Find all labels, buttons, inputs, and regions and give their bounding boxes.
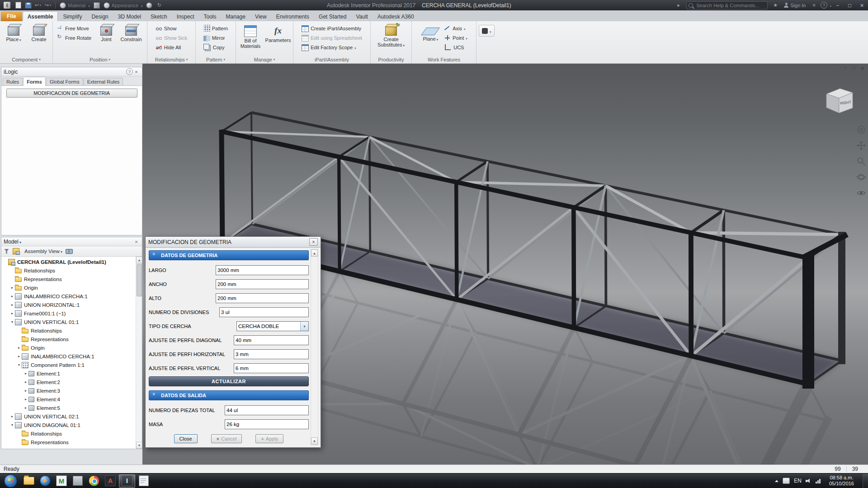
ucs-button[interactable]: UCS bbox=[443, 43, 469, 52]
ilogic-tab-global-forms[interactable]: Global Forms bbox=[46, 78, 83, 85]
sign-in-button[interactable]: Sign In bbox=[782, 2, 807, 9]
ribbon-tab-tools[interactable]: Tools bbox=[199, 12, 221, 21]
tipo-de-cercha-dropdown[interactable]: CERCHA DOBLE▾ bbox=[236, 321, 309, 331]
expand-toolbar-button[interactable] bbox=[675, 2, 682, 9]
tree-item-inalambrico-cercha-1[interactable]: ▸INALAMBRICO CERCHA:1 bbox=[1, 352, 136, 361]
tree-item-relationships[interactable]: Relationships bbox=[1, 429, 136, 438]
show-sick-button[interactable]: Show Sick bbox=[154, 33, 189, 42]
network-icon[interactable] bbox=[816, 478, 821, 483]
hide-all-button[interactable]: Hide All bbox=[154, 43, 189, 52]
ilogic-help-button[interactable]: ? bbox=[126, 69, 133, 75]
ribbon-options-button[interactable] bbox=[479, 25, 495, 37]
taskbar-app-gray-button[interactable] bbox=[70, 475, 85, 487]
free-rotate-button[interactable]: Free Rotate bbox=[55, 33, 95, 42]
taskbar-notepad-button[interactable] bbox=[136, 475, 151, 487]
manage-group-label[interactable]: Manage bbox=[236, 56, 293, 63]
tree-item-union-vertical-02-1[interactable]: ▸UNION VERTICAL 02:1 bbox=[1, 412, 136, 421]
taskbar-media-player-button[interactable] bbox=[38, 475, 53, 487]
tree-expander-icon[interactable]: ▸ bbox=[24, 397, 28, 401]
tree-expander-icon[interactable]: ▸ bbox=[17, 354, 21, 358]
tree-item-element-3[interactable]: ▸Element:3 bbox=[1, 386, 136, 395]
create-substitutes-button[interactable]: Create Substitutes bbox=[374, 22, 408, 56]
doc-minimize-button[interactable] bbox=[844, 65, 847, 72]
ajuste-de-perfil-vertical-input[interactable] bbox=[234, 363, 309, 373]
tray-expand-icon[interactable] bbox=[775, 480, 778, 482]
doc-restore-button[interactable] bbox=[852, 65, 855, 72]
taskbar-app-m-button[interactable]: M bbox=[54, 475, 69, 487]
model-panel-title[interactable]: Model bbox=[4, 239, 21, 245]
largo-input[interactable] bbox=[216, 265, 309, 275]
search-binoculars-icon[interactable] bbox=[66, 249, 73, 253]
ribbon-tab-manage[interactable]: Manage bbox=[222, 12, 250, 21]
model-panel-close-button[interactable] bbox=[133, 239, 140, 245]
doc-close-button[interactable] bbox=[861, 65, 864, 72]
ribbon-tab-3d-model[interactable]: 3D Model bbox=[113, 12, 146, 21]
tree-item-inalambrico-cercha-1[interactable]: ▸INALAMBRICO CERCHA:1 bbox=[1, 292, 136, 300]
close-button[interactable] bbox=[856, 0, 868, 10]
look-at-icon[interactable] bbox=[856, 188, 866, 198]
apply-button[interactable]: Apply bbox=[255, 434, 283, 443]
tree-item-origin[interactable]: ▸Origin bbox=[1, 283, 136, 292]
taskbar-chrome-button[interactable] bbox=[86, 475, 102, 487]
ilogic-close-button[interactable] bbox=[133, 69, 140, 75]
tree-expander-icon[interactable]: ▸ bbox=[10, 414, 14, 418]
work-features-group-label[interactable]: Work Features bbox=[412, 56, 476, 63]
tree-item-component-pattern-1-1[interactable]: ▾Component Pattern 1:1 bbox=[1, 361, 136, 369]
pan-icon[interactable] bbox=[856, 141, 866, 150]
ribbon-tab-get-started[interactable]: Get Started bbox=[314, 12, 351, 21]
tree-expander-icon[interactable]: ▸ bbox=[24, 406, 28, 410]
ribbon-tab-simplify[interactable]: Simplify bbox=[58, 12, 86, 21]
pattern-button[interactable]: Pattern bbox=[202, 24, 229, 33]
ribbon-tab-autodesk-a360[interactable]: Autodesk A360 bbox=[373, 12, 419, 21]
tree-expander-icon[interactable]: ▾ bbox=[17, 363, 21, 367]
mirror-button[interactable]: Mirror bbox=[202, 33, 229, 42]
scroll-down-arrow-icon[interactable]: ▼ bbox=[136, 442, 142, 449]
masa-input[interactable] bbox=[225, 419, 309, 429]
scroll-up-arrow-icon[interactable]: ▲ bbox=[136, 257, 142, 263]
place-button[interactable]: Place bbox=[1, 22, 26, 56]
tree-expander-icon[interactable]: ▾ bbox=[10, 423, 14, 427]
section-header-datos-de-geometria[interactable]: DATOS DE GEOMETRIA bbox=[149, 250, 309, 260]
position-group-label[interactable]: Position bbox=[53, 56, 147, 63]
numero-de-divisiones-input[interactable] bbox=[219, 307, 309, 317]
show-desktop-button[interactable] bbox=[863, 474, 868, 488]
tree-expander-icon[interactable]: ▸ bbox=[10, 311, 14, 315]
actualizar-button[interactable]: ACTUALIZAR bbox=[149, 376, 309, 386]
dialog-scrollbar[interactable]: ▲ ▼ bbox=[311, 249, 318, 445]
tree-expander-icon[interactable]: ▸ bbox=[10, 286, 14, 290]
ancho-input[interactable] bbox=[216, 279, 309, 289]
favorites-star-button[interactable] bbox=[772, 2, 779, 9]
ilogic-tab-external-rules[interactable]: External Rules bbox=[84, 78, 123, 85]
tree-item-element-2[interactable]: ▸Element:2 bbox=[1, 378, 136, 386]
copy-button[interactable]: Copy bbox=[202, 43, 229, 52]
language-indicator[interactable]: EN bbox=[794, 478, 802, 484]
maximize-button[interactable] bbox=[844, 0, 856, 10]
navigation-wheel-icon[interactable] bbox=[856, 125, 866, 135]
tree-item-element-4[interactable]: ▸Element:4 bbox=[1, 395, 136, 404]
tree-item-origin[interactable]: ▸Origin bbox=[1, 343, 136, 352]
zoom-icon[interactable] bbox=[856, 156, 866, 166]
productivity-group-label[interactable]: Productivity bbox=[371, 56, 411, 63]
ribbon-tab-environments[interactable]: Environments bbox=[272, 12, 314, 21]
refresh-button[interactable] bbox=[156, 2, 163, 9]
tree-item-element-5[interactable]: ▸Element:5 bbox=[1, 404, 136, 412]
modificacion-de-geometria-form-button[interactable]: MODIFICACION DE GEOMETRIA bbox=[6, 89, 137, 98]
section-header-datos-de-salida[interactable]: DATOS DE SALIDA bbox=[149, 390, 309, 400]
constrain-button[interactable]: Constrain bbox=[118, 22, 145, 56]
start-button[interactable] bbox=[4, 474, 17, 488]
a360-close-button[interactable] bbox=[810, 2, 817, 9]
taskbar-clock[interactable]: 08:58 a.m. 05/10/2016 bbox=[825, 475, 859, 487]
ilogic-tab-rules[interactable]: Rules bbox=[3, 78, 23, 85]
scrollbar-thumb[interactable] bbox=[137, 264, 142, 296]
tree-item-union-diagonal-01-1[interactable]: ▾UNION DIAGONAL 01:1 bbox=[1, 421, 136, 429]
tree-expander-icon[interactable]: ▸ bbox=[17, 346, 21, 350]
dialog-scroll-up-icon[interactable]: ▲ bbox=[311, 249, 318, 257]
pattern-group-label[interactable]: Pattern bbox=[196, 56, 236, 63]
tree-item-representations[interactable]: Representations bbox=[1, 275, 136, 283]
relationships-group-label[interactable]: Relationships bbox=[147, 56, 195, 63]
show-button[interactable]: Show bbox=[154, 24, 189, 33]
dropdown-arrow-icon[interactable]: ▾ bbox=[300, 322, 308, 331]
ajuste-de-perfil-diagonal-input[interactable] bbox=[234, 335, 309, 345]
dialog-scroll-down-icon[interactable]: ▼ bbox=[311, 437, 318, 445]
cancel-button[interactable]: Cancel bbox=[211, 434, 242, 443]
